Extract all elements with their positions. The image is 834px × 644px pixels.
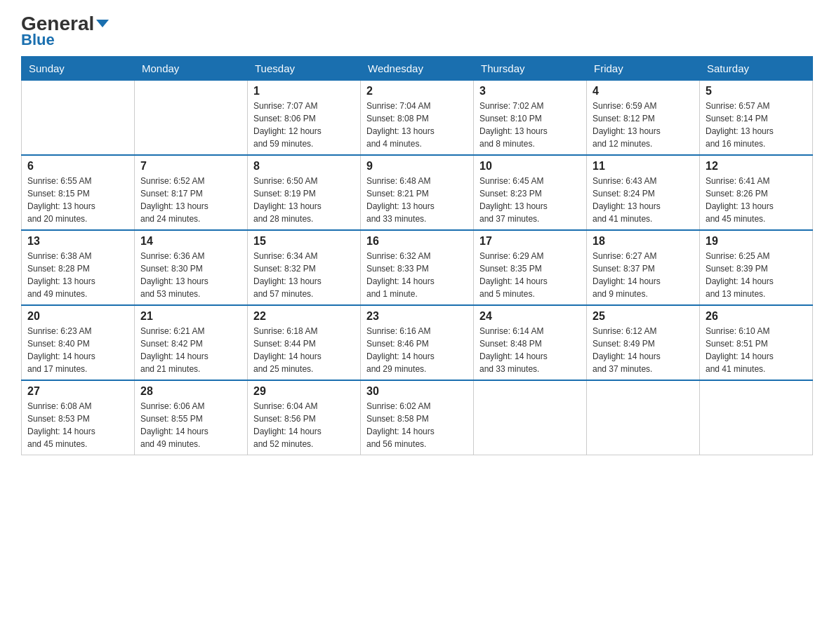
calendar-cell: 25Sunrise: 6:12 AMSunset: 8:49 PMDayligh…: [587, 305, 700, 380]
calendar-cell: 28Sunrise: 6:06 AMSunset: 8:55 PMDayligh…: [135, 380, 248, 455]
day-number: 6: [27, 160, 128, 173]
header-monday: Monday: [135, 57, 248, 81]
calendar-header-row: SundayMondayTuesdayWednesdayThursdayFrid…: [22, 57, 813, 81]
day-info: Sunrise: 6:21 AMSunset: 8:42 PMDaylight:…: [140, 325, 241, 375]
calendar-cell: 8Sunrise: 6:50 AMSunset: 8:19 PMDaylight…: [248, 155, 361, 230]
day-number: 24: [479, 310, 581, 323]
week-row-1: 1Sunrise: 7:07 AMSunset: 8:06 PMDaylight…: [22, 81, 813, 156]
calendar-cell: 7Sunrise: 6:52 AMSunset: 8:17 PMDaylight…: [135, 155, 248, 230]
calendar-cell: 5Sunrise: 6:57 AMSunset: 8:14 PMDaylight…: [700, 81, 813, 156]
calendar-cell: 18Sunrise: 6:27 AMSunset: 8:37 PMDayligh…: [587, 230, 700, 305]
day-number: 21: [140, 310, 241, 323]
calendar-cell: 21Sunrise: 6:21 AMSunset: 8:42 PMDayligh…: [135, 305, 248, 380]
day-info: Sunrise: 6:12 AMSunset: 8:49 PMDaylight:…: [593, 325, 694, 375]
calendar-cell: 19Sunrise: 6:25 AMSunset: 8:39 PMDayligh…: [700, 230, 813, 305]
calendar-cell: [22, 81, 135, 156]
calendar-cell: 30Sunrise: 6:02 AMSunset: 8:58 PMDayligh…: [361, 380, 474, 455]
calendar-cell: 16Sunrise: 6:32 AMSunset: 8:33 PMDayligh…: [361, 230, 474, 305]
calendar-cell: 27Sunrise: 6:08 AMSunset: 8:53 PMDayligh…: [22, 380, 135, 455]
day-info: Sunrise: 7:07 AMSunset: 8:06 PMDaylight:…: [253, 100, 355, 150]
day-info: Sunrise: 6:18 AMSunset: 8:44 PMDaylight:…: [253, 325, 355, 375]
day-info: Sunrise: 6:36 AMSunset: 8:30 PMDaylight:…: [140, 250, 241, 300]
day-number: 27: [27, 385, 128, 398]
calendar-cell: 20Sunrise: 6:23 AMSunset: 8:40 PMDayligh…: [22, 305, 135, 380]
day-info: Sunrise: 6:29 AMSunset: 8:35 PMDaylight:…: [479, 250, 581, 300]
day-info: Sunrise: 6:10 AMSunset: 8:51 PMDaylight:…: [706, 325, 807, 375]
day-number: 26: [706, 310, 807, 323]
day-number: 19: [706, 235, 807, 248]
calendar-table: SundayMondayTuesdayWednesdayThursdayFrid…: [21, 56, 813, 455]
day-number: 7: [140, 160, 241, 173]
calendar-cell: 15Sunrise: 6:34 AMSunset: 8:32 PMDayligh…: [248, 230, 361, 305]
day-info: Sunrise: 6:43 AMSunset: 8:24 PMDaylight:…: [593, 175, 694, 225]
calendar-cell: 12Sunrise: 6:41 AMSunset: 8:26 PMDayligh…: [700, 155, 813, 230]
day-info: Sunrise: 6:41 AMSunset: 8:26 PMDaylight:…: [706, 175, 807, 225]
calendar-cell: 9Sunrise: 6:48 AMSunset: 8:21 PMDaylight…: [361, 155, 474, 230]
day-info: Sunrise: 6:06 AMSunset: 8:55 PMDaylight:…: [140, 400, 241, 450]
day-info: Sunrise: 6:16 AMSunset: 8:46 PMDaylight:…: [366, 325, 468, 375]
day-number: 28: [140, 385, 241, 398]
week-row-4: 20Sunrise: 6:23 AMSunset: 8:40 PMDayligh…: [22, 305, 813, 380]
calendar-cell: 14Sunrise: 6:36 AMSunset: 8:30 PMDayligh…: [135, 230, 248, 305]
logo: General Blue: [21, 14, 109, 49]
day-number: 16: [366, 235, 468, 248]
header-saturday: Saturday: [700, 57, 813, 81]
header-friday: Friday: [587, 57, 700, 81]
calendar-cell: 29Sunrise: 6:04 AMSunset: 8:56 PMDayligh…: [248, 380, 361, 455]
day-number: 3: [479, 85, 581, 98]
day-info: Sunrise: 6:50 AMSunset: 8:19 PMDaylight:…: [253, 175, 355, 225]
day-info: Sunrise: 6:32 AMSunset: 8:33 PMDaylight:…: [366, 250, 468, 300]
week-row-2: 6Sunrise: 6:55 AMSunset: 8:15 PMDaylight…: [22, 155, 813, 230]
calendar-cell: [587, 380, 700, 455]
day-info: Sunrise: 6:59 AMSunset: 8:12 PMDaylight:…: [593, 100, 694, 150]
day-number: 20: [27, 310, 128, 323]
calendar-cell: 22Sunrise: 6:18 AMSunset: 8:44 PMDayligh…: [248, 305, 361, 380]
calendar-cell: [700, 380, 813, 455]
day-number: 8: [253, 160, 355, 173]
day-info: Sunrise: 6:38 AMSunset: 8:28 PMDaylight:…: [27, 250, 128, 300]
day-number: 13: [27, 235, 128, 248]
day-number: 1: [253, 85, 355, 98]
day-info: Sunrise: 6:02 AMSunset: 8:58 PMDaylight:…: [366, 400, 468, 450]
calendar-cell: 26Sunrise: 6:10 AMSunset: 8:51 PMDayligh…: [700, 305, 813, 380]
day-info: Sunrise: 6:48 AMSunset: 8:21 PMDaylight:…: [366, 175, 468, 225]
day-info: Sunrise: 6:55 AMSunset: 8:15 PMDaylight:…: [27, 175, 128, 225]
day-number: 29: [253, 385, 355, 398]
day-number: 15: [253, 235, 355, 248]
calendar-cell: 11Sunrise: 6:43 AMSunset: 8:24 PMDayligh…: [587, 155, 700, 230]
day-info: Sunrise: 6:14 AMSunset: 8:48 PMDaylight:…: [479, 325, 581, 375]
day-info: Sunrise: 6:57 AMSunset: 8:14 PMDaylight:…: [706, 100, 807, 150]
header-sunday: Sunday: [22, 57, 135, 81]
day-number: 4: [593, 85, 694, 98]
day-number: 18: [593, 235, 694, 248]
day-number: 12: [706, 160, 807, 173]
day-number: 9: [366, 160, 468, 173]
calendar-cell: 1Sunrise: 7:07 AMSunset: 8:06 PMDaylight…: [248, 81, 361, 156]
day-number: 22: [253, 310, 355, 323]
week-row-5: 27Sunrise: 6:08 AMSunset: 8:53 PMDayligh…: [22, 380, 813, 455]
day-info: Sunrise: 6:27 AMSunset: 8:37 PMDaylight:…: [593, 250, 694, 300]
calendar-cell: 2Sunrise: 7:04 AMSunset: 8:08 PMDaylight…: [361, 81, 474, 156]
day-info: Sunrise: 6:52 AMSunset: 8:17 PMDaylight:…: [140, 175, 241, 225]
calendar-cell: 3Sunrise: 7:02 AMSunset: 8:10 PMDaylight…: [474, 81, 587, 156]
header-thursday: Thursday: [474, 57, 587, 81]
day-info: Sunrise: 7:02 AMSunset: 8:10 PMDaylight:…: [479, 100, 581, 150]
day-number: 23: [366, 310, 468, 323]
calendar-cell: 13Sunrise: 6:38 AMSunset: 8:28 PMDayligh…: [22, 230, 135, 305]
calendar-cell: 23Sunrise: 6:16 AMSunset: 8:46 PMDayligh…: [361, 305, 474, 380]
day-number: 11: [593, 160, 694, 173]
header-wednesday: Wednesday: [361, 57, 474, 81]
day-info: Sunrise: 6:23 AMSunset: 8:40 PMDaylight:…: [27, 325, 128, 375]
page-header: General Blue: [21, 14, 813, 49]
day-info: Sunrise: 6:45 AMSunset: 8:23 PMDaylight:…: [479, 175, 581, 225]
day-info: Sunrise: 6:34 AMSunset: 8:32 PMDaylight:…: [253, 250, 355, 300]
calendar-cell: 10Sunrise: 6:45 AMSunset: 8:23 PMDayligh…: [474, 155, 587, 230]
calendar-cell: 17Sunrise: 6:29 AMSunset: 8:35 PMDayligh…: [474, 230, 587, 305]
day-number: 30: [366, 385, 468, 398]
day-info: Sunrise: 6:04 AMSunset: 8:56 PMDaylight:…: [253, 400, 355, 450]
day-number: 10: [479, 160, 581, 173]
day-number: 25: [593, 310, 694, 323]
day-number: 14: [140, 235, 241, 248]
calendar-cell: 24Sunrise: 6:14 AMSunset: 8:48 PMDayligh…: [474, 305, 587, 380]
day-info: Sunrise: 6:25 AMSunset: 8:39 PMDaylight:…: [706, 250, 807, 300]
